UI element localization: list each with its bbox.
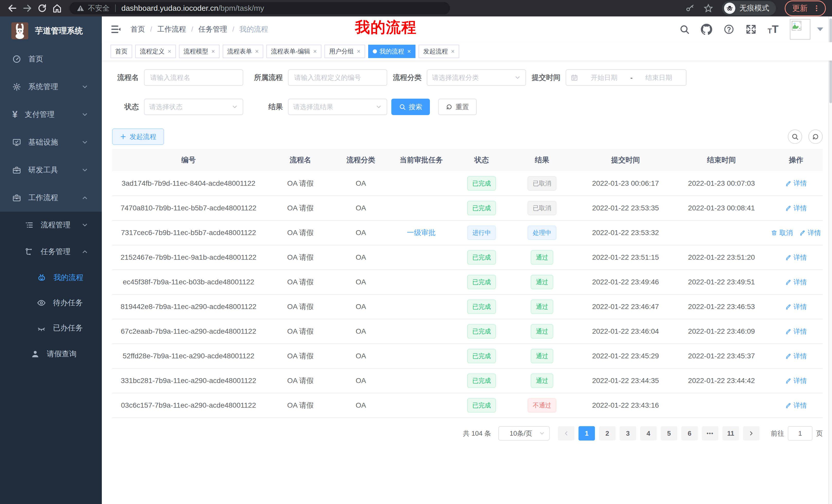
page-button-4[interactable]: 4 [640, 426, 657, 441]
search-button[interactable]: 搜索 [391, 99, 430, 115]
tab-process-form[interactable]: 流程表单× [223, 45, 263, 58]
avatar[interactable] [790, 19, 810, 39]
cell-name: OA 请假 [265, 319, 336, 344]
page-button-5[interactable]: 5 [661, 426, 677, 441]
close-icon[interactable]: × [167, 48, 171, 55]
status-badge: 已完成 [467, 201, 496, 215]
sidebar-item-workflow[interactable]: 工作流程 [0, 184, 102, 212]
tab-user-group[interactable]: 用户分组× [324, 45, 365, 58]
result-select[interactable]: 请选择流结果 [288, 99, 387, 115]
logo-rabbit-image [11, 22, 28, 39]
prev-page-button[interactable] [558, 426, 574, 441]
chevron-down-icon [231, 104, 238, 110]
page-button-1[interactable]: 1 [578, 426, 595, 441]
close-icon[interactable]: × [211, 48, 215, 55]
detail-link[interactable]: 详情 [785, 376, 807, 385]
detail-link[interactable]: 详情 [785, 204, 807, 213]
tab-process-form-edit[interactable]: 流程表单-编辑× [266, 45, 321, 58]
sidebar-item-leave-query[interactable]: 请假查询 [0, 341, 102, 367]
show-search-icon-button[interactable] [788, 130, 802, 144]
browser-forward-button[interactable] [21, 2, 33, 15]
process-name-input[interactable] [144, 69, 243, 86]
browser-reload-button[interactable] [36, 2, 48, 15]
tab-home[interactable]: 首页 [110, 45, 132, 58]
detail-link[interactable]: 详情 [785, 401, 807, 410]
detail-link[interactable]: 详情 [785, 352, 807, 361]
sidebar-item-done-tasks[interactable]: 已办任务 [0, 315, 102, 341]
cell-result: 已取消 [506, 171, 577, 196]
window-scrollbar[interactable] [828, 17, 832, 504]
hamburger-icon[interactable] [110, 24, 121, 35]
breadcrumb-workflow[interactable]: 工作流程 [157, 24, 186, 34]
top-navbar: 首页 / 工作流程 / 任务管理 / 我的流程 TT [102, 17, 832, 42]
page-button-6[interactable]: 6 [681, 426, 698, 441]
close-icon[interactable]: × [255, 48, 259, 55]
page-more-button[interactable]: ••• [702, 426, 718, 441]
scrollbar-thumb[interactable] [829, 19, 832, 103]
tab-process-model[interactable]: 流程模型× [179, 45, 219, 58]
sidebar-item-process-management[interactable]: 流程管理 [0, 212, 102, 239]
app-logo[interactable]: 芋道管理系统 [0, 17, 102, 45]
close-icon[interactable]: × [313, 48, 317, 55]
sidebar-item-infrastructure[interactable]: 基础设施 [0, 129, 102, 156]
status-select[interactable]: 请选择状态 [144, 99, 243, 115]
browser-update-button[interactable]: 更新 [785, 1, 826, 16]
detail-link[interactable]: 详情 [785, 302, 807, 311]
process-category-select[interactable]: 请选择流程分类 [427, 69, 526, 86]
process-definition-input[interactable] [288, 69, 387, 86]
cell-actions: 详情 [770, 270, 823, 295]
briefcase-icon [12, 193, 21, 202]
sidebar-item-home[interactable]: 首页 [0, 45, 102, 73]
avatar-caret-icon[interactable] [817, 27, 823, 31]
start-process-button[interactable]: 发起流程 [112, 129, 164, 145]
refresh-table-icon-button[interactable] [808, 130, 823, 144]
sidebar-item-devtools[interactable]: 研发工具 [0, 156, 102, 184]
tab-start-process[interactable]: 发起流程× [419, 45, 459, 58]
sidebar-item-system[interactable]: 系统管理 [0, 73, 102, 101]
tab-my-processes[interactable]: 我的流程× [368, 45, 415, 58]
cell-status: 已完成 [457, 171, 506, 196]
cancel-link[interactable]: 取消 [771, 228, 793, 237]
browser-home-button[interactable] [51, 2, 63, 15]
page-size-select[interactable]: 10条/页 [498, 426, 550, 441]
status-badge: 已完成 [467, 300, 496, 314]
breadcrumb-task-management[interactable]: 任务管理 [199, 24, 227, 34]
close-icon[interactable]: × [451, 48, 454, 55]
sidebar-item-task-management[interactable]: 任务管理 [0, 239, 102, 265]
sidebar-item-todo-tasks[interactable]: 待办任务 [0, 290, 102, 315]
detail-link[interactable]: 详情 [785, 278, 807, 287]
help-icon[interactable] [724, 24, 734, 35]
breadcrumb-home[interactable]: 首页 [131, 24, 145, 34]
detail-link[interactable]: 详情 [785, 179, 807, 188]
jump-page-input[interactable] [788, 426, 812, 441]
search-button-label: 搜索 [409, 103, 422, 111]
close-icon[interactable]: × [357, 48, 361, 55]
page-button-11[interactable]: 11 [723, 426, 739, 441]
browser-back-button[interactable] [6, 2, 19, 15]
page-button-3[interactable]: 3 [620, 426, 636, 441]
bookmark-star-icon[interactable] [703, 3, 713, 13]
fullscreen-icon[interactable] [746, 24, 756, 35]
detail-link[interactable]: 详情 [785, 253, 807, 262]
sidebar-item-payment[interactable]: ¥ 支付管理 [0, 101, 102, 129]
screen: 不安全 dashboard.yudao.iocoder.cn/bpm/task/… [0, 0, 832, 504]
cell-result: 通过 [506, 344, 577, 368]
detail-link[interactable]: 详情 [799, 228, 821, 237]
sidebar-item-my-processes[interactable]: 我的流程 [0, 265, 102, 290]
password-key-icon[interactable] [685, 4, 695, 13]
submit-time-range-picker[interactable]: 开始日期 - 结束日期 [566, 69, 686, 86]
current-task-link[interactable]: 一级审批 [407, 229, 436, 236]
close-icon[interactable]: × [407, 48, 411, 55]
kebab-menu-icon[interactable] [813, 4, 821, 12]
col-header-name: 流程名 [265, 149, 336, 171]
tab-process-definition[interactable]: 流程定义× [135, 45, 176, 58]
font-size-icon[interactable]: TT [768, 24, 779, 35]
detail-link[interactable]: 详情 [785, 327, 807, 336]
next-page-button[interactable] [743, 426, 759, 441]
page-button-2[interactable]: 2 [599, 426, 616, 441]
end-date-placeholder: 结束日期 [636, 73, 681, 82]
header-search-icon[interactable] [679, 24, 690, 34]
address-bar[interactable]: 不安全 dashboard.yudao.iocoder.cn/bpm/task/… [70, 2, 450, 15]
github-icon[interactable] [701, 24, 712, 35]
reset-button[interactable]: 重置 [438, 99, 477, 115]
